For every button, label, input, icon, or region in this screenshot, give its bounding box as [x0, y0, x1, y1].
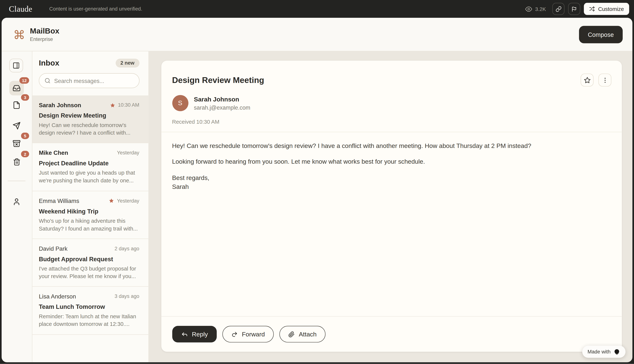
body-signature: Best regards,Sarah: [172, 174, 610, 192]
app-header: MailBox Enterprise Compose: [2, 18, 632, 51]
message-preview: Who's up for a hiking adventure this Sat…: [39, 217, 140, 232]
message-subject: Weekend Hiking Trip: [39, 208, 140, 214]
star-outline-icon: [584, 77, 590, 84]
sidebar-item-drafts[interactable]: 3: [9, 98, 24, 112]
message-time: 10:30 AM: [118, 102, 139, 108]
eye-icon: [526, 5, 532, 12]
trash-icon: [13, 158, 20, 166]
search-box: [39, 73, 140, 88]
command-logo-icon: [14, 29, 25, 40]
send-icon: [12, 122, 21, 130]
customize-button[interactable]: Customize: [584, 3, 629, 15]
app-title-block: MailBox Enterprise: [30, 26, 60, 42]
reply-arrow-icon: [181, 331, 188, 338]
received-timestamp: Received 10:30 AM: [172, 119, 622, 125]
more-options-button[interactable]: [598, 74, 612, 86]
forward-arrow-icon: [231, 331, 238, 338]
copy-link-button[interactable]: [552, 3, 564, 15]
attach-label: Attach: [299, 331, 317, 338]
message-preview: I've attached the Q3 budget proposal for…: [39, 265, 140, 280]
star-email-button[interactable]: [581, 74, 594, 86]
archive-x-icon: [12, 140, 21, 148]
message-preview: Reminder: Team lunch at the new Italian …: [39, 313, 140, 328]
customize-label: Customize: [598, 6, 624, 12]
list-header: Inbox 2 new: [32, 51, 148, 88]
email-actions: [581, 74, 612, 86]
sidebar-toggle-button[interactable]: [9, 59, 23, 72]
message-row[interactable]: Emma Williams Yesterday Weekend Hiking T…: [32, 191, 148, 238]
sidebar-item-archive[interactable]: 5: [9, 136, 24, 151]
message-sender: David Park: [39, 245, 68, 252]
search-input[interactable]: [54, 78, 134, 84]
shuffle-icon: [589, 6, 595, 12]
page: Claude Content is user-generated and unv…: [0, 0, 634, 364]
message-list: Sarah Johnson 10:30 AM Design Review Mee…: [32, 95, 148, 362]
claude-top-bar: Claude Content is user-generated and unv…: [0, 0, 634, 18]
message-subject: Design Review Meeting: [39, 112, 140, 119]
sidebar-divider: [8, 181, 25, 181]
inbox-title: Inbox: [39, 59, 60, 68]
compose-button[interactable]: Compose: [579, 26, 623, 43]
drafts-count-badge: 3: [21, 94, 29, 101]
panel-icon: [12, 62, 20, 69]
reply-button[interactable]: Reply: [172, 326, 217, 343]
new-count-badge: 2 new: [116, 59, 139, 68]
made-with-label: Made with: [588, 349, 610, 355]
message-row[interactable]: Mike Chen Yesterday Project Deadline Upd…: [32, 143, 148, 191]
content-disclaimer: Content is user-generated and unverified…: [49, 6, 142, 12]
app-title: MailBox: [30, 26, 60, 36]
topbar-actions: 3.2K Customize: [526, 3, 629, 15]
view-count: 3.2K: [535, 6, 546, 12]
flag-icon: [571, 6, 577, 12]
sender-name: Sarah Johnson: [194, 96, 250, 103]
message-time: Yesterday: [117, 150, 139, 156]
report-flag-button[interactable]: [568, 3, 580, 15]
email-card: Design Review Meeting S: [161, 61, 622, 352]
email-footer: Reply Forward Attach: [161, 316, 622, 352]
app-body: 12 3 5 2: [2, 51, 632, 362]
paperclip-icon: [288, 331, 295, 338]
forward-button[interactable]: Forward: [222, 326, 274, 343]
sidebar-item-profile[interactable]: [9, 194, 24, 209]
user-icon: [12, 198, 21, 206]
message-row[interactable]: David Park 2 days ago Budget Approval Re…: [32, 238, 148, 286]
message-sender: Lisa Anderson: [39, 293, 76, 300]
message-row[interactable]: Sarah Johnson 10:30 AM Design Review Mee…: [32, 95, 148, 143]
made-with-claude-badge[interactable]: Made with: [582, 346, 626, 358]
reply-label: Reply: [192, 331, 208, 338]
forward-label: Forward: [242, 331, 265, 338]
sidebar-item-sent[interactable]: [9, 118, 24, 133]
list-end-divider: [32, 334, 148, 339]
search-icon: [44, 78, 50, 84]
message-sender: Mike Chen: [39, 150, 68, 156]
message-list-panel: Inbox 2 new Sarah Johnson: [32, 51, 148, 362]
message-time: 2 days ago: [114, 246, 140, 252]
message-preview: Just wanted to give you a heads up that …: [39, 169, 140, 184]
message-row[interactable]: Lisa Anderson 3 days ago Team Lunch Tomo…: [32, 286, 148, 334]
body-paragraph: Looking forward to hearing from you soon…: [172, 158, 610, 166]
message-time: Yesterday: [117, 198, 139, 204]
sidebar-item-trash[interactable]: 2: [9, 154, 24, 169]
reading-pane: Design Review Meeting S: [148, 51, 632, 362]
mailbox-app: MailBox Enterprise Compose 12 3: [2, 18, 632, 362]
message-preview: Hey! Can we reschedule tomorrow's design…: [39, 121, 140, 137]
email-subject: Design Review Meeting: [172, 74, 264, 85]
view-counter: 3.2K: [526, 5, 546, 12]
sender-email: sarah.j@example.com: [194, 104, 250, 110]
sender-avatar: S: [172, 95, 188, 111]
inbox-icon: [12, 84, 21, 92]
message-subject: Team Lunch Tomorrow: [39, 303, 140, 310]
claude-logo: Claude: [9, 4, 32, 14]
attach-button[interactable]: Attach: [280, 326, 326, 343]
link-icon: [556, 6, 562, 12]
message-subject: Project Deadline Update: [39, 160, 140, 167]
kebab-menu-icon: [602, 77, 608, 84]
star-icon: [109, 198, 114, 203]
email-sender-block: S Sarah Johnson sarah.j@example.com: [172, 95, 622, 111]
star-icon: [110, 102, 115, 108]
claude-blob-icon: [614, 348, 620, 355]
archive-count-badge: 5: [21, 132, 29, 139]
trash-count-badge: 2: [21, 151, 29, 158]
sidebar-item-inbox[interactable]: 12: [9, 81, 24, 96]
message-subject: Budget Approval Request: [39, 256, 140, 262]
